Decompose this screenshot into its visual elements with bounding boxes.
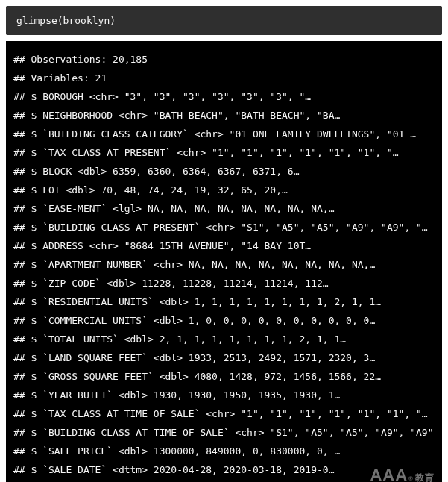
output-line: ## $ `BUILDING CLASS CATEGORY` <chr> "01… [13, 125, 435, 143]
output-line: ## $ NEIGHBORHOOD <chr> "BATH BEACH", "B… [13, 106, 435, 125]
code-cell: glimpse(brooklyn) [6, 6, 442, 35]
output-line: ## $ `GROSS SQUARE FEET` <dbl> 4080, 142… [13, 367, 435, 386]
output-line: ## $ `ZIP CODE` <dbl> 11228, 11228, 1121… [13, 274, 435, 292]
output-line: ## $ `TAX CLASS AT TIME OF SALE` <chr> "… [13, 404, 435, 423]
output-line: ## $ `COMMERCIAL UNITS` <dbl> 1, 0, 0, 0… [13, 311, 435, 330]
output-line: ## $ `YEAR BUILT` <dbl> 1930, 1930, 1950… [13, 386, 435, 404]
output-header: ## Observations: 20,185## Variables: 21 [13, 50, 435, 87]
output-line: ## $ `TAX CLASS AT PRESENT` <chr> "1", "… [13, 143, 435, 162]
output-line: ## $ BLOCK <dbl> 6359, 6360, 6364, 6367,… [13, 162, 435, 181]
output-line: ## $ `LAND SQUARE FEET` <dbl> 1933, 2513… [13, 348, 435, 367]
output-header-line: ## Observations: 20,185 [13, 50, 435, 69]
output-line: ## $ ADDRESS <chr> "8684 15TH AVENUE", "… [13, 237, 435, 255]
output-line: ## $ BOROUGH <chr> "3", "3", "3", "3", "… [13, 87, 435, 106]
output-line: ## $ `TOTAL UNITS` <dbl> 2, 1, 1, 1, 1, … [13, 330, 435, 348]
output-line: ## $ `BUILDING CLASS AT PRESENT` <chr> "… [13, 218, 435, 237]
output-line: ## $ `APARTMENT NUMBER` <chr> NA, NA, NA… [13, 255, 435, 274]
output-line: ## $ LOT <dbl> 70, 48, 74, 24, 19, 32, 6… [13, 181, 435, 199]
output-header-line: ## Variables: 21 [13, 69, 435, 87]
output-line: ## $ `BUILDING CLASS AT TIME OF SALE` <c… [13, 423, 435, 442]
code-input: glimpse(brooklyn) [6, 6, 442, 35]
output-line: ## $ `SALE PRICE` <dbl> 1300000, 849000,… [13, 442, 435, 460]
code-text: glimpse(brooklyn) [16, 15, 116, 26]
output-rows: ## $ BOROUGH <chr> "3", "3", "3", "3", "… [13, 87, 435, 479]
output-line: ## $ `RESIDENTIAL UNITS` <dbl> 1, 1, 1, … [13, 292, 435, 311]
output-line: ## $ `EASE-MENT` <lgl> NA, NA, NA, NA, N… [13, 199, 435, 218]
output-panel: ## Observations: 20,185## Variables: 21 … [6, 41, 442, 482]
output-line: ## $ `SALE DATE` <dttm> 2020-04-28, 2020… [13, 460, 435, 479]
